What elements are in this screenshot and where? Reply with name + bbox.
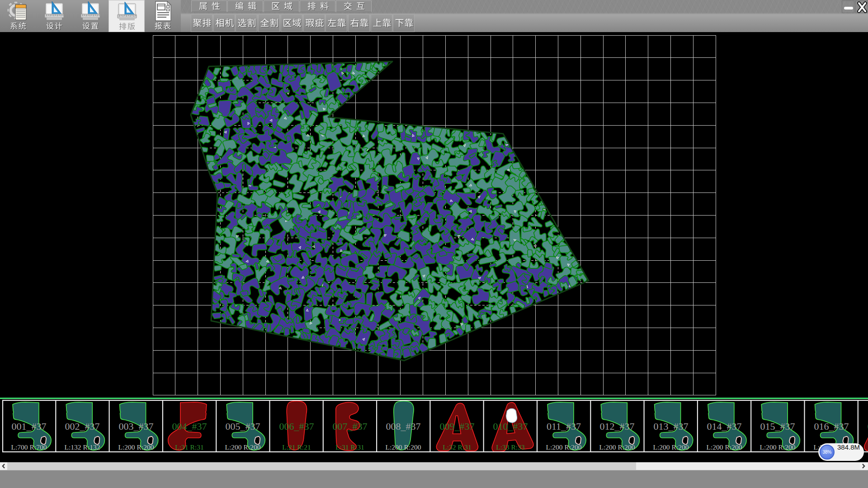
svg-text:001_#37: 001_#37 bbox=[12, 421, 47, 432]
svg-text:L:200 R:200: L:200 R:200 bbox=[760, 443, 796, 451]
svg-text:005_#37: 005_#37 bbox=[226, 421, 260, 432]
svg-text:L:132 R:132: L:132 R:132 bbox=[65, 443, 100, 451]
svg-text:004_#37: 004_#37 bbox=[172, 421, 207, 432]
svg-text:009_#37: 009_#37 bbox=[440, 421, 475, 432]
svg-text:007_#37: 007_#37 bbox=[333, 421, 368, 432]
svg-text:L:31 R:31: L:31 R:31 bbox=[175, 443, 203, 451]
svg-text:L:200 R:200: L:200 R:200 bbox=[707, 443, 742, 451]
svg-text:L:21 R:21: L:21 R:21 bbox=[282, 443, 311, 451]
svg-text:010_#37: 010_#37 bbox=[493, 421, 528, 432]
svg-text:L:200 R:200: L:200 R:200 bbox=[386, 443, 421, 451]
svg-text:014_#37: 014_#37 bbox=[707, 421, 742, 432]
svg-text:012_#37: 012_#37 bbox=[600, 421, 635, 432]
svg-text:011_#37: 011_#37 bbox=[547, 421, 581, 432]
svg-text:002_#37: 002_#37 bbox=[65, 421, 100, 432]
svg-text:L:200 R:200: L:200 R:200 bbox=[118, 443, 154, 451]
svg-text:L:200 R:200: L:200 R:200 bbox=[599, 443, 635, 451]
svg-text:L:700 R:700: L:700 R:700 bbox=[11, 443, 47, 451]
svg-text:L:31 R:31: L:31 R:31 bbox=[335, 443, 364, 451]
svg-text:006_#37: 006_#37 bbox=[279, 421, 314, 432]
svg-text:003_#37: 003_#37 bbox=[119, 421, 154, 432]
svg-text:L:200 R:200: L:200 R:200 bbox=[225, 443, 261, 451]
svg-text:013_#37: 013_#37 bbox=[654, 421, 689, 432]
svg-text:015_#37: 015_#37 bbox=[760, 421, 795, 432]
svg-text:L:32 R:31: L:32 R:31 bbox=[443, 443, 471, 451]
svg-text:016_#37: 016_#37 bbox=[814, 421, 849, 432]
svg-text:L:200 R:200: L:200 R:200 bbox=[546, 443, 582, 451]
svg-text:L:200 R:200: L:200 R:200 bbox=[653, 443, 689, 451]
svg-text:L:33 R:33: L:33 R:33 bbox=[496, 443, 525, 451]
svg-text:008_#37: 008_#37 bbox=[386, 421, 421, 432]
